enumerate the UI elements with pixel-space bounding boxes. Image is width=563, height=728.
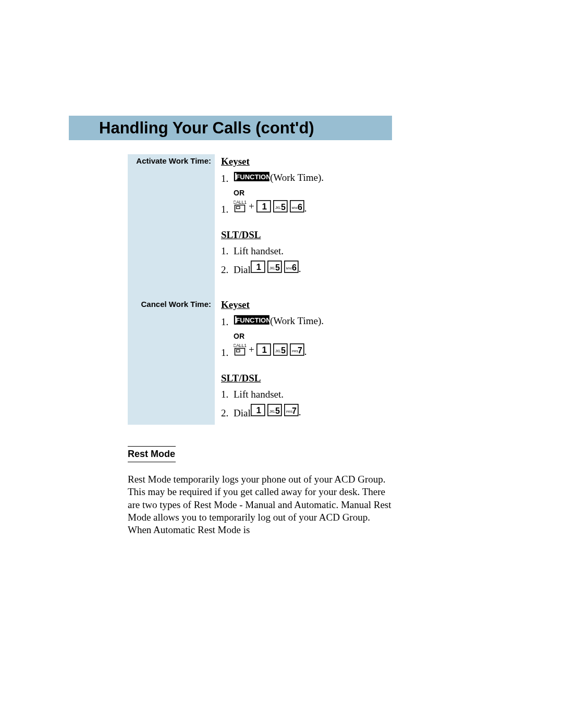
step: 2. Dial . [221, 261, 430, 277]
period: . [304, 202, 307, 216]
rule [128, 446, 176, 447]
digit-5-key-icon [267, 404, 282, 416]
plus-sign: + [249, 200, 254, 213]
call1-key-icon [234, 343, 247, 356]
digit-7-key-icon [284, 404, 299, 416]
period: . [299, 406, 301, 420]
step: 1. (Work Time). [221, 171, 430, 186]
or-label: OR [234, 188, 430, 198]
step-text: (Work Time). [270, 171, 324, 186]
rule [128, 462, 176, 462]
step-number: 1. [221, 245, 234, 258]
digit-1-key-icon [251, 404, 265, 416]
period: . [299, 263, 301, 277]
step-number: 1. [221, 347, 234, 360]
step-number: 1. [221, 316, 234, 329]
rest-mode-paragraph: Rest Mode temporarily logs your phone ou… [128, 473, 394, 537]
digit-5-key-icon [273, 343, 288, 356]
step: 2. Dial . [221, 404, 430, 420]
side-panel [128, 154, 215, 425]
step: 1. (Work Time). [221, 315, 430, 329]
label-activate-work-time: Activate Work Time: [128, 156, 211, 165]
digit-5-key-icon [267, 261, 282, 273]
heading-keyset: Keyset [221, 299, 430, 312]
heading-slt-dsl: SLT/DSL [221, 372, 430, 385]
page-title: Handling Your Calls (cont'd) [99, 116, 314, 140]
step-text: (Work Time). [270, 315, 324, 329]
step: 1. Lift handset. [221, 388, 430, 401]
plus-sign: + [249, 343, 254, 356]
digit-6-key-icon [290, 200, 304, 213]
step-number: 2. [221, 264, 234, 277]
heading-slt-dsl: SLT/DSL [221, 229, 430, 242]
step: 1. + . [221, 200, 430, 216]
step: 1. Lift handset. [221, 245, 430, 258]
digit-1-key-icon [256, 200, 271, 213]
function-key-icon [234, 171, 270, 182]
or-label: OR [234, 331, 430, 341]
digit-6-key-icon [284, 261, 299, 273]
step-number: 2. [221, 407, 234, 420]
digit-7-key-icon [290, 343, 304, 356]
digit-5-key-icon [273, 200, 288, 213]
digit-1-key-icon [251, 261, 265, 273]
digit-1-key-icon [256, 343, 271, 356]
step-text: Dial [234, 407, 251, 420]
step-text: Lift handset. [234, 388, 284, 401]
step-number: 1. [221, 388, 234, 401]
step-number: 1. [221, 203, 234, 216]
call1-key-icon [234, 200, 247, 213]
step-text: Dial [234, 264, 251, 277]
heading-rest-mode: Rest Mode [128, 449, 175, 460]
heading-keyset: Keyset [221, 155, 430, 168]
label-cancel-work-time: Cancel Work Time: [128, 300, 211, 309]
step: 1. + . [221, 343, 430, 360]
function-key-icon [234, 315, 270, 325]
period: . [304, 346, 307, 360]
step-number: 1. [221, 172, 234, 186]
step-text: Lift handset. [234, 245, 284, 258]
